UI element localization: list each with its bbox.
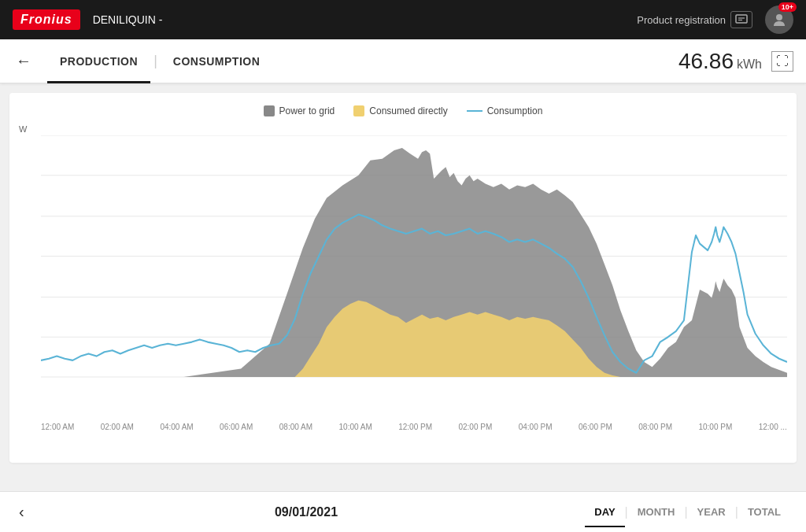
expand-button[interactable]: ⛶ <box>771 51 793 72</box>
legend-consumed-directly: Consumed directly <box>353 105 447 116</box>
registration-icon <box>730 11 752 28</box>
energy-number: 46.86 <box>678 49 734 74</box>
period-tab-day[interactable]: DAY <box>585 503 624 521</box>
x-label-2: 04:00 AM <box>160 423 193 431</box>
consumed-directly-swatch <box>353 105 364 116</box>
period-tabs: DAY | MONTH | YEAR | TOTAL <box>585 503 790 521</box>
tabs: PRODUCTION | CONSUMPTION <box>47 39 678 83</box>
tab-production[interactable]: PRODUCTION <box>47 39 150 83</box>
svg-rect-0 <box>736 15 747 23</box>
tab-consumption[interactable]: CONSUMPTION <box>161 39 273 83</box>
energy-unit: kWh <box>737 57 762 72</box>
chart-area: W 7500 6000 4500 3000 1500 0 <box>19 124 787 431</box>
power-to-grid-swatch <box>264 105 275 116</box>
period-tab-month[interactable]: MONTH <box>628 503 685 521</box>
back-button[interactable]: ← <box>13 49 35 73</box>
fronius-logo: Fronius <box>13 9 80 30</box>
consumed-directly-label: Consumed directly <box>369 105 447 116</box>
x-label-12: 12:00 ... <box>759 423 787 431</box>
x-axis-labels: 12:00 AM 02:00 AM 04:00 AM 06:00 AM 08:0… <box>41 423 787 431</box>
energy-value-display: 46.86 kWh <box>678 49 762 74</box>
tab-divider: | <box>150 53 161 69</box>
x-label-10: 08:00 PM <box>638 423 672 431</box>
x-label-11: 10:00 PM <box>698 423 732 431</box>
x-label-0: 12:00 AM <box>41 423 74 431</box>
bottom-nav: ‹ 09/01/2021 DAY | MONTH | YEAR | TOTAL <box>0 491 806 532</box>
x-label-4: 08:00 AM <box>279 423 312 431</box>
y-axis-unit: W <box>19 124 27 134</box>
product-registration[interactable]: Product registration <box>637 11 752 28</box>
legend-consumption: Consumption <box>467 105 543 116</box>
notification-badge: 10+ <box>778 2 797 12</box>
user-avatar[interactable]: 10+ <box>765 6 793 34</box>
chart-container: Power to grid Consumed directly Consumpt… <box>9 93 797 463</box>
consumption-line-swatch <box>467 110 482 112</box>
power-to-grid-label: Power to grid <box>279 105 335 116</box>
tab-bar: ← PRODUCTION | CONSUMPTION 46.86 kWh ⛶ <box>0 39 806 83</box>
x-label-9: 06:00 PM <box>579 423 612 431</box>
x-label-6: 12:00 PM <box>398 423 432 431</box>
date-display: 09/01/2021 <box>28 505 586 519</box>
period-tab-total[interactable]: TOTAL <box>738 503 790 521</box>
x-label-8: 04:00 PM <box>519 423 553 431</box>
consumption-label: Consumption <box>487 105 543 116</box>
chart-legend: Power to grid Consumed directly Consumpt… <box>19 105 787 116</box>
x-label-5: 10:00 AM <box>339 423 372 431</box>
x-label-7: 02:00 PM <box>458 423 492 431</box>
chart-svg: 7500 6000 4500 3000 1500 0 <box>41 135 787 419</box>
app-header: Fronius DENILIQUIN - Product registratio… <box>0 0 806 39</box>
prev-date-button[interactable]: ‹ <box>16 500 28 524</box>
header-right: Product registration 10+ <box>637 6 793 34</box>
site-name: DENILIQUIN - <box>93 13 625 26</box>
period-tab-year[interactable]: YEAR <box>688 503 735 521</box>
x-label-3: 06:00 AM <box>220 423 253 431</box>
x-label-1: 02:00 AM <box>101 423 134 431</box>
legend-power-to-grid: Power to grid <box>264 105 335 116</box>
product-registration-label: Product registration <box>637 14 726 26</box>
svg-point-3 <box>776 14 782 20</box>
